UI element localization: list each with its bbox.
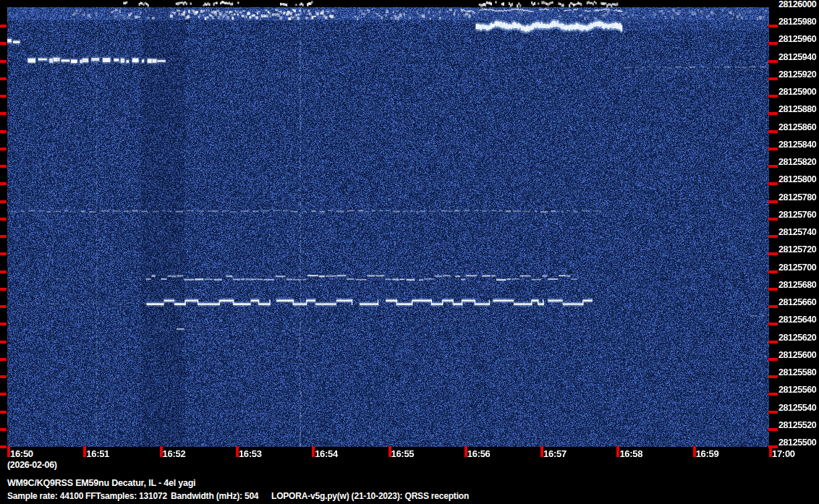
freq-tick-right: [768, 358, 778, 361]
freq-tick-left: [0, 130, 7, 133]
freq-tick-right: [768, 252, 778, 255]
freq-label: 28125640: [778, 315, 816, 325]
freq-tick-right: [768, 235, 778, 238]
time-label: 16:56: [467, 448, 491, 459]
freq-label: 28125600: [778, 350, 816, 360]
freq-tick-right: [768, 393, 778, 396]
sample-rate-label: Sample rate: 44100: [7, 491, 83, 501]
freq-label: 28125520: [778, 420, 816, 430]
freq-tick-left: [0, 358, 7, 361]
freq-tick-right: [768, 112, 778, 115]
freq-tick-left: [0, 148, 7, 150]
freq-label: 28125800: [778, 174, 816, 184]
freq-tick-left: [0, 445, 7, 448]
time-label: 16:59: [696, 448, 719, 459]
freq-tick-right: [768, 182, 778, 185]
freq-label: 28125840: [778, 140, 816, 150]
freq-tick-left: [0, 25, 7, 27]
freq-tick-left: [0, 77, 7, 80]
freq-tick-right: [768, 165, 778, 168]
time-label: 16:50: [10, 448, 33, 459]
freq-label: 28125720: [778, 244, 816, 255]
freq-tick-left: [0, 270, 7, 273]
freq-label: 28125680: [778, 280, 816, 290]
freq-tick-left: [0, 288, 7, 291]
freq-label: 28125900: [778, 87, 816, 97]
freq-tick-right: [768, 428, 778, 431]
freq-tick-right: [768, 375, 778, 378]
freq-tick-right: [768, 42, 778, 45]
freq-label: 28125500: [778, 437, 816, 448]
freq-tick-right: [768, 411, 778, 414]
freq-label: 28126000: [778, 0, 816, 9]
freq-label: 28125620: [778, 333, 816, 343]
freq-tick-left: [0, 200, 7, 203]
freq-tick-left: [0, 182, 7, 185]
freq-tick-right: [768, 200, 778, 203]
freq-tick-left: [0, 393, 7, 396]
freq-tick-right: [768, 218, 778, 221]
time-label: 16:53: [239, 448, 262, 459]
freq-label: 28125560: [778, 385, 816, 395]
freq-tick-right: [768, 270, 778, 273]
fft-samples-label: FFTsamples: 131072: [85, 491, 167, 501]
freq-tick-left: [0, 375, 7, 378]
freq-tick-left: [0, 252, 7, 255]
freq-tick-left: [0, 341, 7, 343]
freq-label: 28125780: [778, 192, 816, 202]
freq-tick-left: [0, 305, 7, 308]
spectrogram-canvas: [7, 0, 769, 448]
freq-tick-left: [0, 60, 7, 63]
freq-tick-left: [0, 235, 7, 238]
software-label: LOPORA-v5g.py(w) (21-10-2023): QRSS rece…: [271, 491, 469, 501]
freq-label: 28125700: [778, 262, 816, 273]
freq-label: 28125960: [778, 34, 816, 44]
freq-label: 28125540: [778, 403, 816, 413]
freq-tick-right: [768, 148, 778, 150]
freq-tick-right: [768, 25, 778, 27]
freq-label: 28125860: [778, 122, 816, 132]
freq-label: 28125760: [778, 210, 816, 220]
freq-tick-right: [768, 95, 778, 98]
time-label: 16:58: [619, 448, 642, 459]
freq-tick-left: [0, 95, 7, 98]
freq-label: 28125880: [778, 104, 816, 114]
freq-tick-right: [768, 288, 778, 291]
freq-tick-left: [0, 323, 7, 325]
freq-tick-right: [768, 305, 778, 308]
freq-tick-left: [0, 112, 7, 115]
freq-tick-right: [768, 60, 778, 63]
freq-tick-left: [0, 428, 7, 431]
freq-label: 28125940: [778, 52, 816, 62]
freq-tick-left: [0, 165, 7, 168]
time-label: 16:51: [86, 448, 109, 459]
freq-tick-right: [768, 341, 778, 343]
date-label: (2026-02-06): [7, 460, 57, 470]
freq-label: 28125920: [778, 69, 816, 80]
bandwidth-label: Bandwidth (mHz): 504: [171, 491, 258, 501]
freq-tick-right: [768, 77, 778, 80]
freq-label: 28125580: [778, 367, 816, 377]
freq-label: 28125980: [778, 17, 816, 27]
freq-tick-left: [0, 411, 7, 414]
time-label: 16:57: [543, 448, 566, 459]
freq-label: 28125740: [778, 227, 816, 237]
freq-tick-left: [0, 42, 7, 45]
time-label: 16:55: [391, 448, 415, 459]
time-label: 16:52: [163, 448, 186, 459]
station-info-line: WM9C/KQ9RSS EM59nu Decatur, IL - 4el yag…: [7, 478, 195, 488]
lopora-qrss-grabber-window: 2812600028125980281259602812594028125920…: [0, 0, 819, 504]
freq-label: 28125660: [778, 297, 816, 307]
time-label: 17:00: [772, 448, 795, 459]
freq-tick-right: [768, 323, 778, 325]
freq-tick-right: [768, 130, 778, 133]
freq-tick-left: [0, 218, 7, 221]
time-label: 16:54: [315, 448, 338, 459]
freq-label: 28125820: [778, 157, 816, 167]
